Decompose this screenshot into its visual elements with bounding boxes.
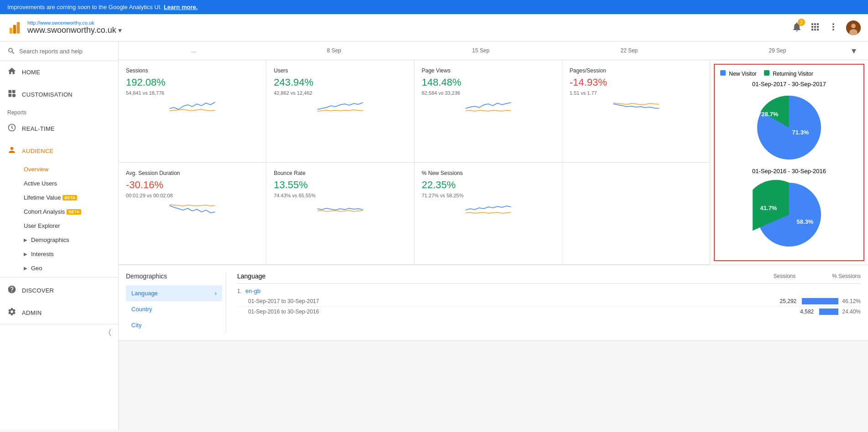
sidebar-item-geo[interactable]: ▶ Geo — [0, 261, 118, 275]
sidebar-item-user-explorer[interactable]: User Explorer — [0, 219, 118, 233]
demo-link-city[interactable]: City — [126, 317, 222, 333]
home-icon — [7, 67, 16, 78]
search-bar[interactable]: Search reports and help — [0, 41, 118, 61]
sidebar-label-admin: ADMIN — [22, 309, 42, 316]
sidebar-item-interests[interactable]: ▶ Interests — [0, 247, 118, 261]
metric-pageviews-sparkline — [422, 99, 555, 113]
language-table: Language Sessions % Sessions 1. en-gb 01… — [226, 273, 861, 333]
language-row-engb: 1. en-gb 01-Sep-2017 to 30-Sep-2017 25,2… — [237, 288, 861, 317]
metric-users-title: Users — [274, 67, 406, 74]
banner-link[interactable]: Learn more. — [164, 4, 198, 10]
sidebar-label-demographics: Demographics — [31, 237, 69, 243]
metric-pageviews-value: 148.48% — [422, 77, 555, 88]
sidebar-item-lifetime-value[interactable]: Lifetime Value BETA — [0, 190, 118, 205]
metric-new-sessions-title: % New Sessions — [422, 170, 555, 176]
metric-sessions-value: 192.08% — [126, 77, 259, 88]
lang-engb-row2-right: 4,582 24.40% — [786, 309, 861, 315]
lang-engb-date1: 01-Sep-2017 to 30-Sep-2017 — [248, 298, 319, 304]
metric-users-sub: 42,862 vs 12,462 — [274, 90, 406, 96]
svg-rect-2 — [17, 22, 20, 34]
pie-legend: New Visitor Returning Visitor — [720, 70, 858, 77]
demo-city-label: City — [131, 322, 141, 329]
language-row-engb-main: 1. en-gb — [237, 288, 861, 294]
svg-rect-0 — [10, 28, 12, 34]
sidebar-label-home: HOME — [22, 69, 40, 76]
sidebar-item-discover[interactable]: DISCOVER — [0, 279, 118, 302]
sidebar-label-audience: AUDIENCE — [22, 148, 54, 154]
pie-2-svg: 41.7% 58.3% — [753, 178, 826, 251]
language-table-cols: Sessions % Sessions — [774, 273, 861, 279]
pie-legend-returning: Returning Visitor — [764, 70, 813, 77]
sidebar-bottom: 〈 — [0, 324, 118, 340]
lang-link-engb[interactable]: en-gb — [245, 288, 260, 294]
svg-point-4 — [851, 24, 856, 28]
timeline-dates: ... 8 Sep 15 Sep 22 Sep 29 Sep — [126, 47, 852, 54]
language-table-title: Language — [237, 273, 265, 280]
metric-avg-session-sub: 00:01:29 vs 00:02:08 — [126, 193, 259, 198]
apps-button[interactable] — [810, 21, 821, 34]
metric-bounce-rate-sub: 74.43% vs 65.55% — [274, 193, 406, 198]
lang-engb-sessions1: 25,292 — [769, 298, 796, 304]
reports-label: Reports — [0, 106, 118, 118]
metric-sessions-sparkline — [126, 99, 259, 113]
demo-country-label: Country — [131, 306, 152, 313]
discover-icon — [7, 285, 16, 296]
geo-arrow-icon: ▶ — [24, 266, 27, 271]
dropdown-button[interactable]: ▾ — [852, 45, 861, 56]
pie-chart-2-title: 01-Sep-2016 - 30-Sep-2016 — [720, 168, 858, 175]
new-visitor-dot — [720, 70, 726, 76]
timeline-bar: ... 8 Sep 15 Sep 22 Sep 29 Sep ▾ — [119, 41, 868, 60]
demo-language-arrow: › — [215, 290, 217, 297]
metric-pages-session: Pages/Session -14.93% 1.51 vs 1.77 — [562, 60, 710, 163]
metrics-and-pie: Sessions 192.08% 54,841 vs 18,776 Users … — [119, 60, 868, 265]
sidebar-item-home[interactable]: HOME — [0, 61, 118, 83]
sidebar-item-overview[interactable]: Overview — [0, 162, 118, 176]
lang-engb-pct1: 46.12% — [842, 298, 861, 304]
demo-language-label: Language — [131, 290, 158, 297]
returning-visitor-label: Returning Visitor — [773, 71, 813, 77]
demo-link-language[interactable]: Language › — [126, 285, 222, 301]
sidebar-item-cohort-analysis[interactable]: Cohort Analysis BETA — [0, 205, 118, 219]
sidebar-item-admin[interactable]: ADMIN — [0, 302, 118, 324]
sidebar-label-user-explorer: User Explorer — [24, 222, 60, 229]
demographics-menu: Demographics Language › Country City — [126, 273, 226, 333]
metric-new-sessions-value: 22.35% — [422, 179, 555, 191]
customisation-icon — [7, 89, 16, 100]
sidebar-label-discover: DISCOVER — [22, 287, 54, 294]
lang-engb-row1: 01-Sep-2017 to 30-Sep-2017 25,292 46.12% — [237, 296, 861, 307]
pie-legend-new: New Visitor — [720, 70, 757, 77]
sidebar-item-customisation[interactable]: CUSTOMISATION — [0, 83, 118, 106]
sidebar-item-demographics[interactable]: ▶ Demographics — [0, 233, 118, 247]
pie2-new-pct: 58.3% — [797, 218, 814, 225]
metric-sessions-title: Sessions — [126, 67, 259, 74]
content-area: ... 8 Sep 15 Sep 22 Sep 29 Sep ▾ Session… — [119, 41, 868, 430]
sidebar-item-realtime[interactable]: REAL-TIME — [0, 118, 118, 140]
lang-engb-sessions2: 4,582 — [786, 309, 814, 315]
sidebar-item-audience[interactable]: AUDIENCE — [0, 140, 118, 162]
timeline-date-2: 8 Sep — [327, 47, 341, 54]
returning-visitor-dot — [764, 70, 769, 76]
interests-arrow-icon: ▶ — [24, 252, 27, 257]
sidebar-label-geo: Geo — [31, 265, 42, 272]
collapse-button[interactable]: 〈 — [109, 328, 111, 336]
timeline-date-3: 15 Sep — [472, 47, 489, 54]
lang-engb-bar1-container: 46.12% — [802, 298, 861, 304]
more-button[interactable] — [828, 21, 839, 34]
top-banner: Improvements are coming soon to the Goog… — [0, 0, 868, 14]
lang-engb-bar1 — [802, 298, 838, 304]
pie1-returning-pct: 28.7% — [762, 111, 779, 118]
apps-icon — [810, 21, 821, 32]
metric-pages-session-sub: 1.51 vs 1.77 — [570, 90, 702, 96]
avatar[interactable] — [846, 21, 861, 35]
sidebar-item-active-users[interactable]: Active Users — [0, 176, 118, 190]
metric-avg-session-title: Avg. Session Duration — [126, 170, 259, 176]
lifetime-value-beta-badge: BETA — [62, 195, 77, 201]
demo-link-country[interactable]: Country — [126, 301, 222, 317]
metric-new-sessions-sparkline — [422, 202, 555, 216]
metric-pageviews-sub: 82,584 vs 33,236 — [422, 90, 555, 96]
realtime-icon — [7, 123, 16, 134]
metric-empty — [562, 163, 710, 265]
metric-pages-session-title: Pages/Session — [570, 67, 702, 74]
site-dropdown-arrow[interactable]: ▾ — [118, 26, 122, 35]
notification-button[interactable]: 2 — [791, 21, 802, 34]
